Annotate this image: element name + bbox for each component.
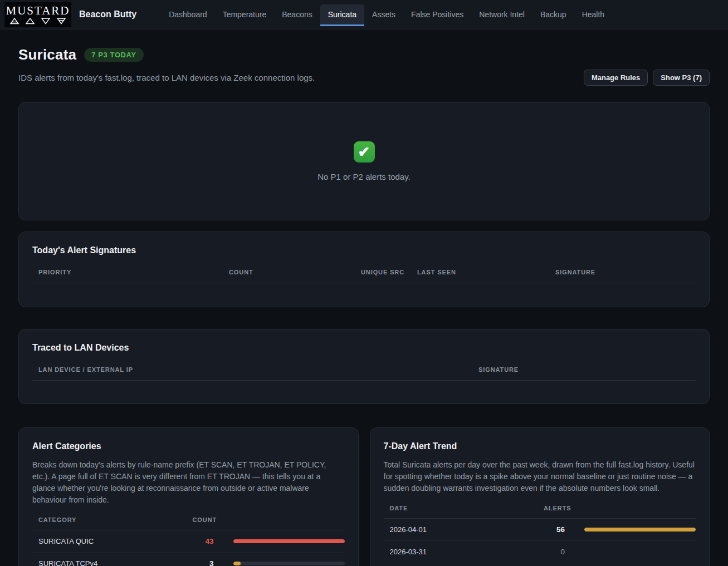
nav-item-network-intel[interactable]: Network Intel bbox=[471, 4, 532, 24]
bar-track bbox=[233, 539, 345, 543]
row-count: 43 bbox=[187, 530, 220, 553]
lan-devices-table: LAN Device / External IPSignature bbox=[32, 366, 696, 392]
alert-categories-header-row: CategoryCount bbox=[32, 516, 345, 530]
row-bar-cell bbox=[220, 553, 345, 566]
row-bar-cell bbox=[571, 519, 696, 541]
column-header: Count bbox=[187, 516, 220, 530]
page-title: Suricata bbox=[18, 46, 76, 63]
alert-trend-header-row: DateAlerts bbox=[384, 505, 696, 519]
column-header: Signature bbox=[549, 269, 696, 283]
row-label: 2026-03-30 bbox=[384, 563, 538, 566]
main-content: Suricata 7 P3 TODAY IDS alerts from toda… bbox=[0, 46, 728, 566]
bar-track bbox=[233, 562, 345, 565]
lan-devices-card: Traced to LAN Devices LAN Device / Exter… bbox=[18, 329, 710, 405]
row-count: 0 bbox=[538, 541, 571, 563]
column-header: LAN Device / External IP bbox=[32, 366, 472, 381]
column-header-bar bbox=[220, 516, 345, 530]
manage-rules-button[interactable]: Manage Rules bbox=[584, 70, 648, 86]
row-bar-cell bbox=[220, 530, 345, 553]
header-buttons: Manage Rules Show P3 (7) bbox=[584, 70, 710, 86]
column-header: Signature bbox=[472, 366, 696, 381]
alert-trend-title: 7-Day Alert Trend bbox=[384, 441, 696, 451]
column-header: Date bbox=[384, 505, 538, 519]
alert-signatures-title: Today's Alert Signatures bbox=[32, 245, 696, 255]
lan-devices-title: Traced to LAN Devices bbox=[32, 343, 696, 353]
bar-fill bbox=[233, 539, 345, 543]
categories-row: SURICATA TCPv43 bbox=[32, 553, 345, 566]
column-header: Priority bbox=[32, 269, 223, 283]
nav-items: DashboardTemperatureBeaconsSuricataAsset… bbox=[161, 4, 612, 24]
categories-row: SURICATA QUIC43 bbox=[32, 530, 345, 553]
column-header: Last Seen bbox=[411, 269, 549, 283]
alert-categories-table: CategoryCount SURICATA QUIC43SURICATA TC… bbox=[32, 516, 345, 566]
column-header: Unique Src bbox=[355, 269, 411, 283]
top-navbar: MUSTARD Beacon Butty DashboardTemperatur… bbox=[0, 0, 728, 29]
show-p3-button[interactable]: Show P3 (7) bbox=[653, 70, 710, 86]
bar-fill bbox=[233, 562, 241, 565]
row-count: 56 bbox=[538, 519, 571, 541]
alert-trend-table: DateAlerts 2026-04-01562026-03-3102026-0… bbox=[384, 505, 696, 566]
nav-item-dashboard[interactable]: Dashboard bbox=[161, 4, 215, 24]
row-bar-cell bbox=[571, 541, 696, 563]
alert-trend-card: 7-Day Alert Trend Total Suricata alerts … bbox=[370, 427, 710, 566]
page-header: Suricata 7 P3 TODAY bbox=[18, 46, 710, 63]
subtitle-row: IDS alerts from today's fast.log, traced… bbox=[18, 70, 710, 86]
trend-row: 2026-03-300 bbox=[384, 563, 696, 566]
page-subtitle: IDS alerts from today's fast.log, traced… bbox=[18, 73, 315, 82]
alert-signatures-header-row: PriorityCountUnique SrcLast SeenSignatur… bbox=[32, 269, 696, 283]
column-header-bar bbox=[571, 505, 696, 519]
mustard-logo[interactable]: MUSTARD bbox=[4, 2, 71, 27]
alert-trend-description: Total Suricata alerts per day over the p… bbox=[384, 459, 696, 494]
no-alerts-message: No P1 or P2 alerts today. bbox=[317, 172, 410, 181]
bar-track bbox=[584, 528, 696, 531]
row-label: SURICATA TCPv4 bbox=[32, 553, 187, 566]
column-header: Category bbox=[32, 516, 187, 530]
nav-item-assets[interactable]: Assets bbox=[364, 4, 403, 24]
alchemy-triangles-icon bbox=[9, 18, 67, 24]
row-bar-cell bbox=[571, 563, 696, 566]
row-label: SURICATA QUIC bbox=[32, 530, 187, 553]
no-alerts-card: ✔ No P1 or P2 alerts today. bbox=[18, 102, 710, 220]
logo-text: MUSTARD bbox=[6, 5, 70, 17]
row-label: 2026-04-01 bbox=[384, 519, 538, 541]
green-check-icon: ✔ bbox=[354, 141, 375, 163]
trend-row: 2026-04-0156 bbox=[384, 519, 696, 541]
bar-fill bbox=[584, 528, 696, 531]
alert-signatures-table: PriorityCountUnique SrcLast SeenSignatur… bbox=[32, 269, 696, 295]
nav-item-backup[interactable]: Backup bbox=[532, 4, 574, 24]
nav-item-health[interactable]: Health bbox=[574, 4, 612, 24]
alert-categories-card: Alert Categories Breaks down today's ale… bbox=[18, 427, 359, 566]
app-name: Beacon Butty bbox=[79, 9, 136, 19]
row-label: 2026-03-31 bbox=[384, 541, 538, 563]
nav-item-false-positives[interactable]: False Positives bbox=[403, 4, 471, 24]
nav-item-suricata[interactable]: Suricata bbox=[320, 4, 364, 24]
alert-categories-description: Breaks down today's alerts by rule-name … bbox=[32, 459, 345, 506]
alert-signatures-card: Today's Alert Signatures PriorityCountUn… bbox=[18, 232, 710, 307]
row-count: 0 bbox=[538, 563, 571, 566]
nav-item-temperature[interactable]: Temperature bbox=[215, 4, 275, 24]
alert-categories-title: Alert Categories bbox=[32, 441, 345, 451]
column-header: Count bbox=[223, 269, 355, 283]
p3-today-badge: 7 P3 TODAY bbox=[84, 48, 143, 62]
bottom-cards-row: Alert Categories Breaks down today's ale… bbox=[18, 427, 710, 566]
column-header: Alerts bbox=[538, 505, 571, 519]
lan-devices-header-row: LAN Device / External IPSignature bbox=[32, 366, 696, 381]
trend-row: 2026-03-310 bbox=[384, 541, 696, 563]
row-count: 3 bbox=[187, 553, 220, 566]
nav-item-beacons[interactable]: Beacons bbox=[274, 4, 320, 24]
